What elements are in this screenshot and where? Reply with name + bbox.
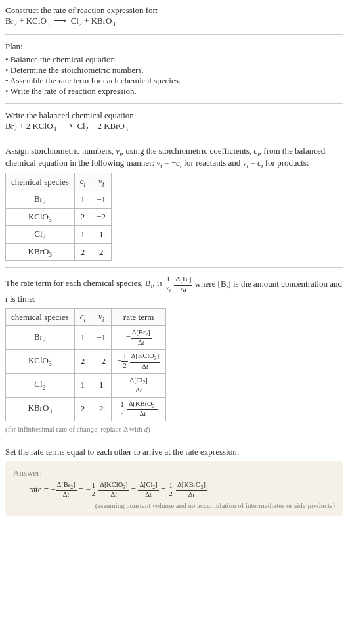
table-row: KBrO3 2 2 12 Δ[KBrO3]Δt: [6, 397, 166, 421]
table-header-row: chemical species ci νi rate term: [6, 308, 166, 326]
cell-nu: −1: [91, 191, 112, 208]
cell-c: 2: [74, 208, 91, 226]
cell-species: KBrO3: [6, 243, 75, 261]
plan-section: Plan: Balance the chemical equation. Det…: [5, 41, 343, 97]
cell-species: KClO3: [6, 350, 75, 373]
cell-c: 1: [74, 191, 91, 208]
divider: [5, 103, 343, 104]
table-row: Cl2 1 1 Δ[Cl2]Δt: [6, 373, 166, 397]
balanced-equation: Br2 + 2 KClO3 ⟶ Cl2 + 2 KBrO3: [5, 121, 343, 133]
plan-list: Balance the chemical equation. Determine…: [5, 55, 343, 97]
col-rate: rate term: [112, 308, 166, 326]
cell-nu: 2: [91, 397, 112, 421]
cell-rate: −Δ[Br2]Δt: [112, 326, 166, 350]
frac-dB-dt: Δ[Bi] Δt: [174, 275, 192, 293]
cell-c: 1: [74, 326, 91, 350]
cell-c: 2: [74, 397, 91, 421]
cell-nu: −2: [91, 350, 112, 373]
plan-label: Plan:: [5, 41, 343, 52]
cell-c: 2: [74, 243, 91, 261]
answer-rate-expression: rate = −Δ[Br2]Δt = −12 Δ[KClO3]Δt = Δ[Cl…: [13, 481, 335, 499]
frac-den: νi: [165, 283, 172, 293]
divider: [5, 267, 343, 268]
answer-note: (assuming constant volume and no accumul…: [13, 501, 335, 509]
cell-species: KBrO3: [6, 397, 75, 421]
col-species: chemical species: [6, 308, 75, 326]
answer-box: Answer: rate = −Δ[Br2]Δt = −12 Δ[KClO3]Δ…: [5, 461, 343, 516]
col-species: chemical species: [6, 173, 75, 191]
rateterm-intro: The rate term for each chemical species,…: [5, 275, 343, 304]
plan-item: Assemble the rate term for each chemical…: [5, 76, 343, 86]
col-ci: ci: [74, 173, 91, 191]
rateterm-section: The rate term for each chemical species,…: [5, 275, 343, 432]
prompt-text: Construct the rate of reaction expressio…: [5, 5, 343, 16]
table-header-row: chemical species ci νi: [6, 173, 112, 191]
table-row: KClO3 2 −2 −12 Δ[KClO3]Δt: [6, 350, 166, 373]
cell-species: KClO3: [6, 208, 75, 226]
plan-item: Balance the chemical equation.: [5, 55, 343, 65]
assign-section: Assign stoichiometric numbers, νi, using…: [5, 146, 343, 261]
cell-species: Br2: [6, 191, 75, 208]
plan-item: Write the rate of reaction expression.: [5, 86, 343, 97]
table-row: Cl2 1 1: [6, 226, 112, 244]
cell-rate: −12 Δ[KClO3]Δt: [112, 350, 166, 373]
cell-nu: 1: [91, 226, 112, 244]
cell-species: Br2: [6, 326, 75, 350]
cell-nu: −1: [91, 326, 112, 350]
table-row: Br2 1 −1 −Δ[Br2]Δt: [6, 326, 166, 350]
frac-den: Δt: [174, 286, 192, 294]
intro-mid: , is: [152, 279, 164, 288]
prompt-section: Construct the rate of reaction expressio…: [5, 5, 343, 28]
col-nui: νi: [91, 308, 112, 326]
frac-num: Δ[Bi]: [174, 275, 192, 285]
col-ci: ci: [74, 308, 91, 326]
balanced-section: Write the balanced chemical equation: Br…: [5, 110, 343, 133]
infinitesimal-note: (for infinitesimal rate of change, repla…: [5, 425, 343, 433]
divider: [5, 139, 343, 139]
plan-item: Determine the stoichiometric numbers.: [5, 65, 343, 76]
table-row: KClO3 2 −2: [6, 208, 112, 226]
cell-rate: Δ[Cl2]Δt: [112, 373, 166, 397]
cell-rate: 12 Δ[KBrO3]Δt: [112, 397, 166, 421]
stoich-table: chemical species ci νi Br2 1 −1 KClO3 2 …: [5, 173, 112, 261]
setequal-section: Set the rate terms equal to each other t…: [5, 447, 343, 516]
assign-text: Assign stoichiometric numbers, νi, using…: [5, 146, 343, 169]
cell-nu: 1: [91, 373, 112, 397]
cell-nu: −2: [91, 208, 112, 226]
cell-nu: 2: [91, 243, 112, 261]
cell-species: Cl2: [6, 226, 75, 244]
cell-c: 2: [74, 350, 91, 373]
cell-c: 1: [74, 226, 91, 244]
intro-before: The rate term for each chemical species,…: [5, 279, 151, 288]
balanced-label: Write the balanced chemical equation:: [5, 110, 343, 121]
col-nui: νi: [91, 173, 112, 191]
cell-c: 1: [74, 373, 91, 397]
cell-species: Cl2: [6, 373, 75, 397]
table-row: Br2 1 −1: [6, 191, 112, 208]
answer-label: Answer:: [13, 468, 335, 478]
divider: [5, 34, 343, 35]
setequal-text: Set the rate terms equal to each other t…: [5, 447, 343, 457]
unbalanced-equation: Br2 + KClO3 ⟶ Cl2 + KBrO3: [5, 16, 343, 28]
frac-one-over-nu: 1 νi: [165, 275, 172, 293]
rateterm-table: chemical species ci νi rate term Br2 1 −…: [5, 308, 166, 421]
divider: [5, 440, 343, 440]
table-row: KBrO3 2 2: [6, 243, 112, 261]
frac-num: 1: [165, 275, 172, 283]
